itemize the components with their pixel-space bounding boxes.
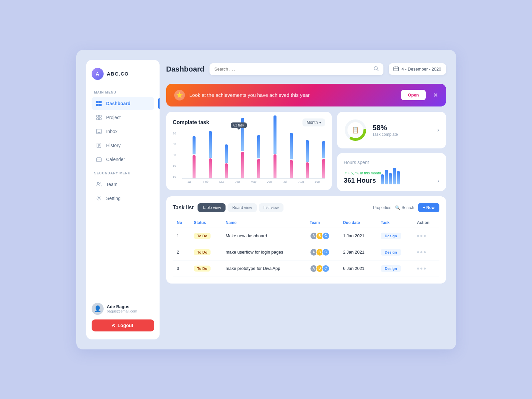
- col-status: Status: [190, 218, 222, 228]
- setting-icon: [96, 195, 102, 202]
- properties-button[interactable]: Properties: [373, 205, 391, 210]
- team-icon: [96, 181, 102, 188]
- hours-card-arrow[interactable]: ›: [437, 177, 439, 184]
- cell-due-2: 2 Jan 2021: [339, 244, 377, 260]
- user-area: 👤 Ade Bagus bagus@email.com: [92, 303, 154, 315]
- cell-action-3: [413, 260, 439, 277]
- search-bar: [210, 63, 383, 75]
- hours-info: ↗ + 5,7% in this month 361 Hours: [344, 171, 381, 184]
- task-list-section: Task list Table view Board view List vie…: [166, 196, 446, 284]
- sidebar-item-history[interactable]: History: [92, 139, 154, 152]
- cell-no-3: 3: [173, 260, 190, 277]
- logout-label: Logout: [118, 323, 133, 328]
- month-selector[interactable]: Month ▾: [302, 118, 325, 126]
- task-file-icon: 📋: [352, 126, 359, 134]
- right-cards: 📄 📋 58% Task complate › Hours spent: [337, 112, 446, 191]
- col-team: Team: [306, 218, 339, 228]
- x-label-sep: Sep: [309, 180, 325, 183]
- svg-rect-2: [97, 118, 99, 120]
- sidebar-item-label-dashboard: Dashboard: [106, 101, 131, 106]
- team-avatars-2: A B C: [310, 248, 335, 256]
- svg-rect-18: [394, 67, 398, 71]
- banner-close-button[interactable]: ✕: [433, 92, 438, 99]
- cell-name-2: make userflow for login pages: [222, 244, 305, 260]
- svg-line-17: [377, 70, 378, 71]
- tab-board-view[interactable]: Board view: [228, 203, 257, 212]
- search-icon: [373, 66, 379, 73]
- chart-card: Complate task Month ▾ 62 task: [166, 112, 332, 190]
- action-dots-3[interactable]: [417, 268, 435, 270]
- tab-table-view[interactable]: Table view: [198, 203, 226, 212]
- search-button[interactable]: 🔍 Search: [395, 205, 414, 210]
- x-label-aug: Aug: [293, 180, 309, 183]
- sidebar-item-label-setting: Setting: [106, 196, 121, 201]
- bar-group-jan: [182, 136, 196, 178]
- bar-group-feb: [198, 131, 212, 178]
- col-task: Task: [377, 218, 413, 228]
- logout-button[interactable]: ⎋ Logout: [92, 319, 154, 331]
- banner: ⭐ Look at the achievements you have achi…: [166, 84, 446, 106]
- sidebar-item-team[interactable]: Team: [92, 178, 154, 191]
- svg-point-14: [100, 183, 101, 184]
- col-name: Name: [222, 218, 305, 228]
- hours-row: ↗ + 5,7% in this month 361 Hours: [344, 168, 439, 184]
- y-label-60: 60: [173, 142, 176, 146]
- x-label-may: May: [246, 180, 262, 183]
- svg-point-16: [374, 67, 377, 70]
- month-label: Month: [306, 120, 317, 125]
- sidebar-item-inbox[interactable]: Inbox: [92, 125, 154, 138]
- history-icon: [96, 142, 102, 149]
- task-badge-1: Design: [381, 233, 401, 239]
- x-label-jul: Jul: [277, 180, 293, 183]
- inbox-icon: [96, 128, 102, 135]
- task-list-actions: Properties 🔍 Search + New: [373, 203, 439, 212]
- x-label-mar: Mar: [214, 180, 230, 183]
- date-text: 4 - Desember - 2020: [401, 67, 441, 72]
- growth-text: + 5,7% in this month: [348, 171, 381, 175]
- task-badge-2: Design: [381, 249, 401, 256]
- task-complete-card: 📄 📋 58% Task complate ›: [337, 112, 446, 148]
- cell-action-1: [413, 228, 439, 244]
- growth-arrow-icon: ↗: [344, 171, 347, 175]
- cell-name-3: make prototype for Diva App: [222, 260, 305, 277]
- col-due-date: Due date: [339, 218, 377, 228]
- tab-list-view[interactable]: List view: [259, 203, 283, 212]
- cell-no-2: 2: [173, 244, 190, 260]
- svg-point-15: [98, 197, 100, 199]
- table-row: 2 To Do make userflow for login pages A …: [173, 244, 439, 260]
- mini-bar-2: [385, 170, 388, 184]
- sidebar-item-label-project: Project: [106, 115, 121, 120]
- banner-open-button[interactable]: Open: [401, 90, 425, 100]
- task-list-header: Task list Table view Board view List vie…: [173, 203, 439, 212]
- sidebar-item-label-history: History: [106, 143, 121, 148]
- mini-bar-chart: [381, 168, 400, 184]
- avatar-1c: C: [322, 232, 330, 240]
- chart-header: Complate task Month ▾: [173, 118, 325, 126]
- sidebar-item-project[interactable]: Project: [92, 111, 154, 124]
- x-label-jun: Jun: [262, 180, 277, 183]
- sidebar: A ABG.CO MAIN MENU Dashboard: [86, 60, 160, 339]
- user-avatar: 👤: [92, 303, 104, 315]
- sidebar-item-dashboard[interactable]: Dashboard: [92, 97, 154, 110]
- sidebar-item-label-inbox: Inbox: [106, 129, 118, 134]
- sidebar-item-calender[interactable]: Calender: [92, 153, 154, 166]
- new-button[interactable]: + New: [418, 203, 439, 212]
- logo-area: A ABG.CO: [92, 68, 154, 80]
- calendar-icon: [393, 66, 399, 72]
- mini-bar-4: [393, 168, 396, 184]
- bar-group-jun: [263, 115, 276, 178]
- sidebar-item-label-calender: Calender: [106, 157, 125, 162]
- search-input[interactable]: [214, 67, 371, 72]
- action-dots-2[interactable]: [417, 251, 435, 253]
- sidebar-item-label-team: Team: [106, 182, 118, 187]
- banner-star-icon: ⭐: [174, 90, 185, 100]
- task-complete-arrow[interactable]: ›: [437, 126, 439, 133]
- sidebar-item-setting[interactable]: Setting: [92, 192, 154, 205]
- cell-due-3: 6 Jan 2021: [339, 260, 377, 277]
- project-icon: [96, 114, 102, 121]
- search-label: Search: [401, 205, 414, 210]
- mini-bar-1: [381, 174, 384, 184]
- svg-rect-9: [97, 158, 101, 162]
- bar-group-jul: [279, 133, 293, 178]
- action-dots-1[interactable]: [417, 235, 435, 237]
